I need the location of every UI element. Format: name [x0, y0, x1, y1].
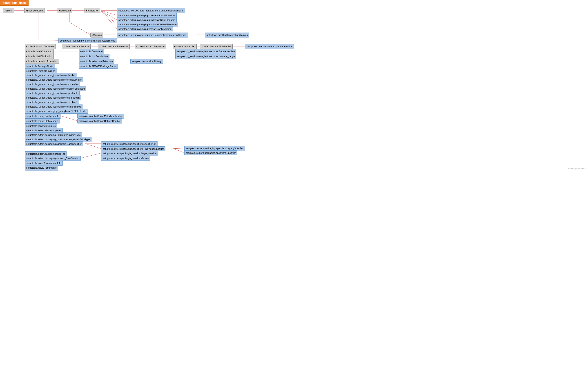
node-ELFFileHeader: setuptools._vendor.packaging._manylinux.…	[25, 109, 88, 114]
node-numeric_range: setuptools._vendor.more_itertools.more.n…	[175, 54, 236, 59]
node-Extension: setuptools.extension.Extension	[79, 59, 114, 64]
node-distDist: distutils.dist.Distribution	[25, 54, 54, 59]
node-Sequence: collections.abc.Sequence	[135, 44, 166, 49]
watermark: ©SSRI @AhcaoZhu	[568, 168, 586, 170]
node-AbortThread: setuptools._vendor.more_itertools.more.A…	[59, 38, 117, 43]
node-Require: setuptools.depends.Require	[25, 124, 57, 128]
node-Container: collections.abc.Container	[25, 44, 56, 49]
node-Set: collections.abc.Set	[173, 44, 197, 49]
node-SequenceView: setuptools._vendor.more_itertools.more.S…	[175, 49, 236, 54]
node-InfinityType: setuptools.extern.packaging._structures.…	[25, 132, 82, 138]
svg-line-27	[173, 148, 184, 149]
node-IndividualSpecifier: setuptools.extern.packaging.specifiers._…	[101, 146, 165, 151]
node-BaseVersion: setuptools.extern.packaging.version._Bas…	[25, 156, 81, 161]
svg-line-29	[81, 153, 101, 158]
node-Library: setuptools.extension.Library	[130, 59, 163, 64]
node-UnequalIterablesError: setuptools._vendor.more_itertools.more.U…	[117, 8, 185, 13]
node-run_length: setuptools._vendor.more_itertools.more.r…	[25, 95, 81, 100]
node-InvalidSpecifier: setuptools.extern.packaging.specifiers.I…	[117, 13, 177, 18]
node-bucket: setuptools._vendor.more_itertools.more.b…	[25, 73, 77, 78]
node-islice_extended: setuptools._vendor.more_itertools.more.i…	[25, 86, 86, 91]
node-EnvironmentInfo: setuptools.msvc.EnvironmentInfo	[25, 161, 63, 166]
node-StaticModule: setuptools.config.StaticModule	[25, 118, 60, 124]
node-distcmd: distutils.cmd.Command	[25, 49, 54, 54]
node-SpecifierSet: setuptools.extern.packaging.specifiers.S…	[101, 142, 158, 146]
node-RegistryInfo: setuptools.msvc.RegistryInfo	[25, 170, 58, 171]
node-Version: setuptools.extern.packaging.version.Vers…	[101, 156, 150, 161]
node-DistDeprecationWarning: setuptools.dist.DistDeprecationWarning	[205, 32, 249, 38]
node-BaseException: BaseException	[24, 8, 45, 13]
node-distExt: distutils.extension.Extension	[25, 59, 59, 64]
node-InvalidWheelFilename: setuptools.extern.packaging.utils.Invali…	[117, 22, 178, 27]
node-InvalidSdistFilename: setuptools.extern.packaging.utils.Invali…	[117, 18, 177, 22]
node-LegacyVersion: setuptools.extern.packaging.version.Lega…	[101, 151, 158, 156]
node-ConfigMetadataHandler: setuptools.config.ConfigMetadataHandler	[77, 114, 124, 118]
node-Reversible: collections.abc.Reversible	[98, 44, 130, 49]
node-Tag: setuptools.extern.packaging.tags.Tag	[25, 151, 67, 156]
svg-line-6	[101, 10, 117, 24]
svg-line-5	[101, 10, 117, 20]
node-VendorImporter: setuptools.extern.VendorImporter	[25, 128, 63, 133]
node-seekable: setuptools._vendor.more_itertools.more.s…	[25, 100, 79, 104]
svg-line-28	[173, 149, 184, 153]
node-NegativeInfinityType: setuptools.extern.packaging._structures.…	[25, 137, 92, 142]
node-PackageFinder: setuptools.PackageFinder	[25, 64, 55, 69]
svg-line-24	[61, 116, 77, 121]
node-PEP420PackageFinder: setuptools.PEP420PackageFinder	[79, 64, 118, 69]
svg-line-7	[101, 10, 117, 29]
node-Warning: Warning	[90, 32, 103, 38]
node-LegacySpecifier: setuptools.extern.packaging.specifiers.L…	[184, 146, 245, 151]
node-Iterable: collections.abc.Iterable	[62, 44, 91, 49]
node-object: object	[3, 8, 14, 13]
svg-line-26	[85, 144, 101, 149]
node-MutableSet: collections.abc.MutableSet	[200, 44, 233, 49]
node-Distribution: setuptools.dist.Distribution	[79, 54, 109, 59]
svg-line-11	[70, 22, 90, 35]
node-Command: setuptools.Command	[79, 49, 104, 54]
node-ValueError: ValueError	[85, 8, 100, 13]
svg-line-4	[101, 10, 117, 15]
node-BaseSpecifier: setuptools.extern.packaging.specifiers.B…	[25, 142, 83, 146]
node-ConfigOptionsHandler: setuptools.config.ConfigOptionsHandler	[77, 118, 122, 124]
node-countable: setuptools._vendor.more_itertools.more.c…	[25, 82, 80, 87]
node-InvalidVersion: setuptools.extern.packaging.version.Inva…	[117, 26, 173, 32]
node-ConfigHandler: setuptools.config.ConfigHandler	[25, 114, 61, 118]
svg-line-13	[38, 40, 59, 40]
node-Specifier: setuptools.extern.packaging.specifiers.S…	[184, 150, 237, 155]
title-label: setuptools-class	[0, 0, 29, 6]
node-peekable: setuptools._vendor.more_itertools.more.p…	[25, 91, 80, 96]
node-OrderedSet: setuptools._vendor.ordered_set.OrderedSe…	[245, 44, 294, 49]
diagram-container: setuptools-class	[0, 0, 301, 171]
node-PlatformInfo: setuptools.msvc.PlatformInfo	[25, 165, 58, 170]
node-time_limited: setuptools._vendor.more_itertools.more.t…	[25, 104, 83, 109]
node-SetuptoolsDeprecationWarning: setuptools._deprecation_warning.Setuptoo…	[117, 32, 188, 38]
node-callback_iter: setuptools._vendor.more_itertools.more.c…	[25, 77, 83, 82]
node-Exception: Exception	[58, 8, 72, 13]
